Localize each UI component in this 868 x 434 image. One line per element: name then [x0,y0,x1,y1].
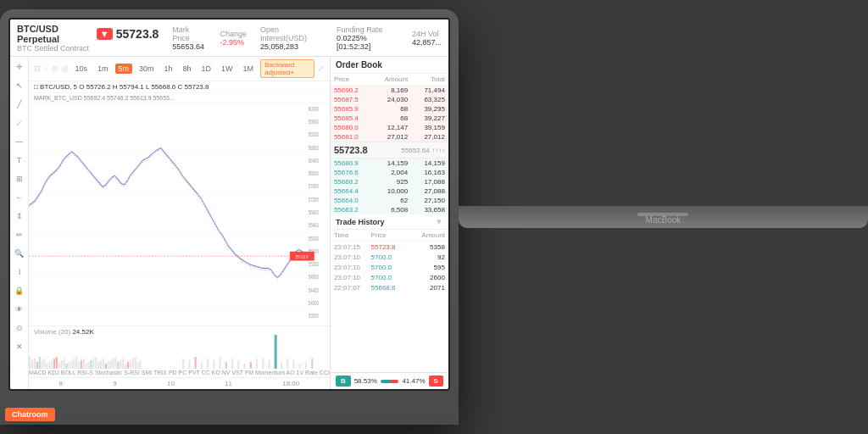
trade-history-header: Trade History ▼ [331,214,448,230]
trend-icon[interactable]: ╱ [13,97,26,111]
svg-text:57200: 57200 [309,197,319,203]
svg-rect-90 [220,357,221,369]
svg-rect-93 [237,360,239,369]
last-price: 55723.8 [116,27,159,41]
svg-text:59600: 59600 [309,119,319,125]
chart-area: ⊟ ↕ ⊙ ◎ 10s 1m 5m 30m 1h 8h 1D 1W 1M Bac… [29,57,330,389]
ruler-icon[interactable]: ⇕ [13,209,26,223]
horizontal-icon[interactable]: — [13,135,26,148]
svg-rect-68 [105,364,107,369]
svg-rect-50 [61,360,63,369]
cursor-icon[interactable]: ↖ [13,79,26,92]
symbol-section: BTC/USD Perpetual ▼ 55723.8 BTC Settled … [17,24,159,53]
indicator-bar: MACD KDJ BOLL RSI-S Stochastic S-RSI SMI… [29,368,330,377]
bid-row-4: 55664.0 62 27,150 [331,196,448,205]
svg-text:56400: 56400 [309,222,319,228]
bid-row-5: 55663.2 6,508 33,658 [331,205,448,214]
pencil-icon[interactable]: ✏ [13,228,26,242]
svg-rect-101 [292,360,294,369]
svg-rect-63 [92,359,94,369]
svg-rect-80 [135,357,136,369]
svg-rect-92 [231,359,233,369]
vol-stat: 24H Vol 42,857... [412,30,442,47]
time-5m[interactable]: 5m [115,64,133,74]
svg-rect-59 [83,359,85,369]
time-1m[interactable]: 1m [94,64,112,74]
svg-rect-37 [29,356,31,369]
svg-rect-87 [201,362,203,369]
svg-rect-64 [95,357,97,369]
magnet-icon[interactable]: ⌇ [13,265,26,279]
svg-rect-56 [75,357,77,369]
laptop-base: MacBook [459,206,868,228]
svg-text:56800: 56800 [309,209,319,215]
svg-rect-88 [207,359,209,369]
svg-rect-69 [108,362,109,369]
svg-rect-86 [195,357,197,369]
lock-icon[interactable]: 🔒 [13,284,26,298]
svg-text:54800: 54800 [309,275,319,281]
svg-rect-95 [250,362,252,369]
search-icon[interactable]: 🔍 [13,247,26,260]
top-header: BTC/USD Perpetual ▼ 55723.8 BTC Settled … [10,19,448,57]
svg-rect-53 [68,362,70,369]
svg-rect-78 [130,360,131,369]
svg-rect-60 [86,364,87,369]
th-row-3: 23:07:10 5700.0 2600 [331,272,448,282]
main-area: ✛ ↖ ╱ ⟋ — T ⊞ ← ⇕ ✏ 🔍 ⌇ 🔒 👁 ⊙ ✕ [10,57,448,389]
delete-icon[interactable]: ✕ [13,340,26,353]
time-1w[interactable]: 1W [218,64,236,74]
right-panel: Order Book Price Amount Total 55690.2 8,… [330,57,448,389]
order-book-header: Order Book [331,57,448,74]
macbook-label: MacBook [646,215,682,225]
svg-text:57600: 57600 [309,184,319,190]
svg-rect-48 [56,357,58,369]
price-badge: ▼ [97,28,113,40]
volume-label: Volume (20) 24.52K [34,328,94,336]
bid-ask-slider[interactable] [381,380,399,383]
fib-icon[interactable]: ⊞ [13,172,26,186]
svg-rect-66 [100,360,102,369]
eye-icon[interactable]: 👁 [13,303,26,316]
svg-rect-104 [311,359,313,369]
svg-rect-97 [262,357,264,369]
svg-rect-45 [48,362,50,369]
time-1d[interactable]: 1D [198,64,215,74]
svg-rect-46 [51,360,53,369]
backward-adjusted-btn[interactable]: Backward adjusted+ [260,59,314,78]
svg-text:58800: 58800 [309,145,319,151]
bid-pct: 58.53% [354,377,377,385]
arrow-icon[interactable]: ← [13,191,26,204]
ohlc-info: □ BTC/USD, 5 O 55726.2 H 55794.1 L 55668… [34,83,209,91]
ask-row-3: 55685.4 68 39,227 [331,114,448,123]
svg-rect-96 [256,359,258,369]
text-icon[interactable]: T [13,153,26,167]
svg-rect-76 [125,364,126,369]
svg-rect-51 [64,359,65,369]
change-stat: Change -2.95% [220,30,247,47]
svg-rect-70 [110,360,112,369]
tag-icon[interactable]: ⊙ [13,321,26,335]
chevron-down-icon[interactable]: ▼ [435,217,443,226]
symbol-subtitle: BTC Settled Contract [17,44,159,53]
time-1m-cap[interactable]: 1M [240,64,258,74]
svg-text:54000: 54000 [309,300,319,306]
svg-rect-73 [117,362,119,369]
funding-rate-stat: Funding Rate 0.0225% [01:52:32] [337,25,398,51]
trend2-icon[interactable]: ⟋ [13,116,26,130]
svg-rect-83 [275,335,277,369]
th-row-0: 23:07:15 55723.8 5358 [331,242,448,252]
time-10s[interactable]: 10s [72,64,92,74]
time-8h[interactable]: 8h [180,64,195,74]
svg-rect-71 [113,359,114,369]
crosshair-icon[interactable]: ✛ [13,60,26,74]
svg-text:53500: 53500 [309,313,319,319]
time-1h[interactable]: 1h [161,64,176,74]
svg-rect-84 [182,359,184,369]
ask-row-4: 55680.0 12,147 39,159 [331,123,448,132]
svg-rect-79 [132,359,134,369]
bid-label: B [336,376,351,387]
time-30m[interactable]: 30m [136,64,158,74]
ask-row-1: 55687.5 24,030 63,325 [331,95,448,104]
svg-rect-74 [120,360,121,369]
